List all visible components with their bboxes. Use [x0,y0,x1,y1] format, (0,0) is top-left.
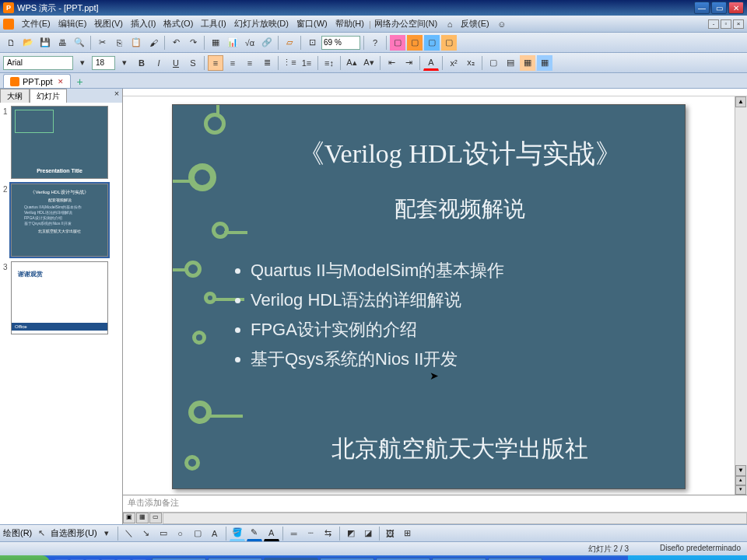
doctab-close-icon[interactable]: ✕ [58,78,64,86]
italic-button[interactable]: I [151,55,167,71]
scroll-up-icon[interactable]: ▲ [735,96,746,107]
menu-tools[interactable]: 工具(I) [198,16,229,31]
misc1-icon[interactable]: ▢ [390,35,405,51]
align-right-icon[interactable]: ≡ [242,55,258,71]
menu-view[interactable]: 视图(V) [91,16,126,31]
chart-icon[interactable]: 📊 [225,35,240,51]
help-icon[interactable]: ? [367,35,383,51]
outdent-icon[interactable]: ⇤ [384,55,399,71]
indent-icon[interactable]: ⇥ [401,55,416,71]
superscript-icon[interactable]: x² [446,55,461,71]
open-icon[interactable]: 📂 [20,35,36,51]
misc2-icon[interactable]: ▢ [407,35,423,51]
slideshow-view-icon[interactable]: ▭ [149,513,162,523]
3d-style-icon[interactable]: ◪ [360,526,376,541]
sorter-view-icon[interactable]: ▦ [136,513,149,523]
misc3-icon[interactable]: ▢ [424,35,440,51]
next-slide-icon[interactable]: ▾ [735,485,746,495]
align-center-icon[interactable]: ≡ [225,55,240,71]
font-combo[interactable] [3,56,73,70]
fill-color-icon[interactable]: 🪣 [230,526,245,541]
hyperlink-icon[interactable]: 🔗 [259,35,275,51]
slide-thumb-2[interactable]: 《Verilog HDL设计与实战》 配套视频解说 Quartus II与Mod… [11,184,108,257]
align-justify-icon[interactable]: ≣ [259,55,275,71]
tab-outline[interactable]: 大纲 [0,89,30,103]
save-icon[interactable]: 💾 [37,35,53,51]
panel-close-icon[interactable]: × [111,89,122,103]
font-color-icon[interactable]: A [423,55,439,71]
oval-icon[interactable]: ○ [173,526,188,541]
align-left-icon[interactable]: ≡ [208,55,223,71]
menu-help[interactable]: 帮助(H) [332,16,367,31]
cut-icon[interactable]: ✂ [94,35,110,51]
redo-icon[interactable]: ↷ [185,35,201,51]
fontsize-combo[interactable] [92,56,115,70]
draw-menu[interactable]: 绘图(R) [3,527,32,539]
linespacing-icon[interactable]: ≡↕ [321,55,337,71]
copy-icon[interactable]: ⎘ [111,35,127,51]
table-icon[interactable]: ▦ [208,35,223,51]
mdi-close-button[interactable]: × [733,19,744,29]
feedback-icon[interactable]: ☺ [494,16,510,32]
menu-netspace[interactable]: 网络办公空间(N) [371,16,440,31]
minimize-button[interactable]: — [694,2,710,14]
doctab-active[interactable]: PPT.ppt ✕ [3,74,71,88]
close-button[interactable]: ✕ [728,2,744,14]
line-color-icon[interactable]: ✎ [247,526,262,541]
size-dropdown-icon[interactable]: ▾ [117,55,132,71]
align-objects-icon[interactable]: ⊞ [400,526,416,541]
textbox-icon[interactable]: ▢ [190,526,205,541]
scroll-down-icon[interactable]: ▼ [735,465,746,476]
design-icon[interactable]: ▦ [520,55,535,71]
dash-style-icon[interactable]: ┈ [303,526,319,541]
menu-edit[interactable]: 编辑(E) [55,16,90,31]
mdi-minimize-button[interactable]: - [708,19,719,29]
bold-button[interactable]: B [134,55,149,71]
start-button[interactable]: 开始 [0,555,50,560]
misc4-icon[interactable]: ▢ [441,35,457,51]
select-icon[interactable]: ↖ [33,526,49,541]
slide-title[interactable]: 《Verilog HDL设计与实战》 [251,136,669,172]
prev-slide-icon[interactable]: ▴ [735,476,746,485]
slide-subtitle[interactable]: 配套视频解说 [251,194,669,224]
slide-thumb-3[interactable]: 谢谢观赏 Office [11,261,108,334]
layout-icon[interactable]: ▤ [503,55,518,71]
menu-insert[interactable]: 插入(I) [128,16,159,31]
arrow-icon[interactable]: ↘ [139,526,154,541]
run-slideshow-icon[interactable]: ▱ [282,35,297,51]
autoshape-dropdown-icon[interactable]: ▾ [99,526,114,541]
normal-view-icon[interactable]: ▣ [123,513,135,523]
menu-format[interactable]: 格式(O) [160,16,196,31]
zoom-fit-icon[interactable]: ⊡ [304,35,320,51]
shadow-style-icon[interactable]: ◩ [343,526,359,541]
autoshape-menu[interactable]: 自选图形(U) [51,527,96,539]
undo-icon[interactable]: ↶ [168,35,184,51]
slide-thumb-1[interactable]: Presentation Title [11,106,108,179]
menu-feedback[interactable]: 反馈(E) [458,16,493,31]
subscript-icon[interactable]: x₂ [463,55,479,71]
text-color-icon[interactable]: A [264,526,279,541]
format-painter-icon[interactable]: 🖌 [146,35,161,51]
decrease-font-icon[interactable]: A▾ [361,55,377,71]
slide-canvas[interactable]: 《Verilog HDL设计与实战》 配套视频解说 Quartus II与Mod… [123,96,735,495]
slide-publisher[interactable]: 北京航空航天大学出版社 [251,433,669,465]
line-style-icon[interactable]: ═ [286,526,302,541]
maximize-button[interactable]: ▭ [711,2,727,14]
home-icon[interactable]: ⌂ [442,16,458,32]
wordart-icon[interactable]: A [207,526,223,541]
line-icon[interactable]: ＼ [121,526,137,541]
shadow-button[interactable]: S [185,55,201,71]
numbering-icon[interactable]: 1≡ [299,55,314,71]
increase-font-icon[interactable]: A▴ [344,55,359,71]
new-slide-icon[interactable]: ▢ [486,55,501,71]
horizontal-scrollbar[interactable] [163,513,747,524]
zoom-combo[interactable]: 69 % [321,36,360,50]
current-slide[interactable]: 《Verilog HDL设计与实战》 配套视频解说 Quartus II与Mod… [172,104,686,489]
notes-pane[interactable]: 单击添加备注 [123,495,747,512]
underline-button[interactable]: U [168,55,184,71]
vertical-scrollbar[interactable]: ▲ ▼ ▴ ▾ [735,96,747,495]
tab-slides[interactable]: 幻灯片 [30,89,67,103]
newtab-button[interactable]: + [74,75,86,88]
mdi-restore-button[interactable]: ▫ [721,19,731,29]
paste-icon[interactable]: 📋 [128,35,144,51]
